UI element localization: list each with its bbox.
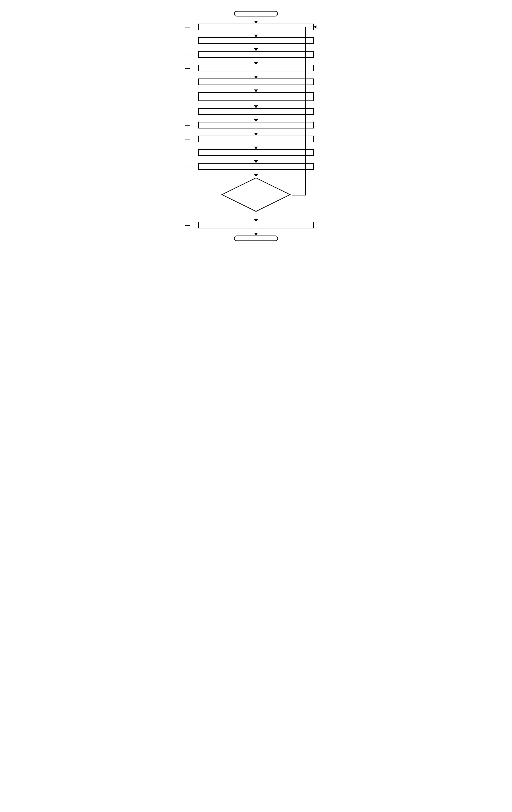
flowchart: — —	[171, 11, 341, 252]
end-row	[171, 235, 341, 241]
node-210-wrapper	[193, 37, 319, 44]
node-215	[198, 51, 314, 58]
node-257-section: —	[171, 177, 341, 222]
node-240	[198, 122, 314, 128]
node-245	[198, 136, 314, 142]
node-260-row: —	[171, 222, 341, 228]
node-220	[198, 65, 314, 71]
node-255	[198, 163, 314, 170]
node-250-wrapper	[193, 149, 319, 156]
node-240-row: —	[171, 122, 341, 128]
node-210-row: —	[171, 37, 341, 44]
node-255-wrapper	[193, 163, 319, 170]
node-225-row: —	[171, 79, 341, 85]
node-255-row: —	[171, 163, 341, 170]
node-235	[198, 108, 314, 115]
diamond-257	[220, 177, 292, 213]
node-235-row: —	[171, 108, 341, 115]
end-wrapper	[193, 235, 319, 241]
start-terminal	[234, 11, 278, 17]
node-225-wrapper	[193, 79, 319, 85]
node-230-row: —	[171, 92, 341, 101]
node-230	[198, 92, 314, 101]
node-215-wrapper	[193, 51, 319, 58]
node-220-wrapper	[193, 65, 319, 71]
node-245-wrapper	[193, 136, 319, 142]
start-row	[171, 11, 341, 17]
node-210	[198, 37, 314, 44]
node-215-row: —	[171, 51, 341, 58]
node-235-wrapper	[193, 108, 319, 115]
node-220-row: —	[171, 65, 341, 71]
node-230-wrapper	[193, 92, 319, 101]
node-250-row: —	[171, 149, 341, 156]
node-250	[198, 149, 314, 156]
node-240-wrapper	[193, 122, 319, 128]
node-205-row: —	[171, 24, 341, 30]
node-205-wrapper	[193, 24, 319, 30]
end-terminal	[234, 235, 278, 241]
node-260-wrapper	[193, 222, 319, 228]
start-wrapper	[193, 11, 319, 17]
node-205	[198, 24, 314, 30]
node-260	[198, 222, 314, 228]
node-245-row: —	[171, 136, 341, 142]
node-225	[198, 79, 314, 85]
